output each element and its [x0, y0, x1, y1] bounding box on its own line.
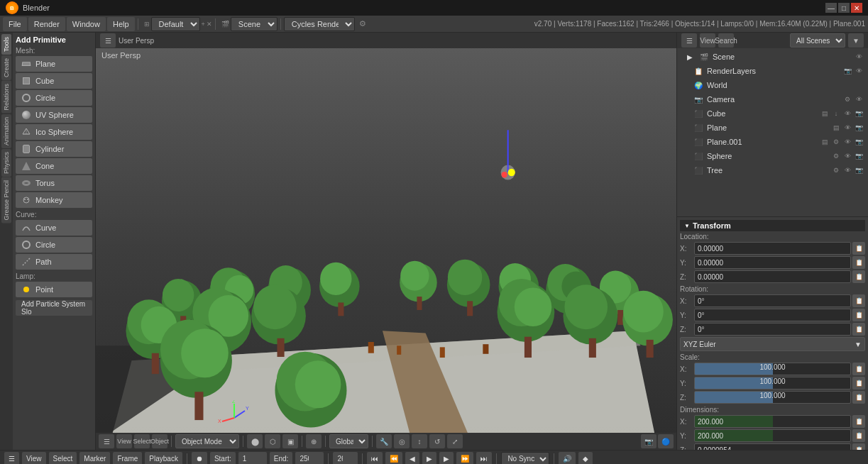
manipulator-scale[interactable]: ⤢: [447, 434, 463, 448]
tool-cube[interactable]: Cube: [16, 73, 92, 89]
outliner-item-scene[interactable]: ▶ 🎬 Scene 👁: [679, 50, 867, 64]
outliner-menu-btn[interactable]: ☰: [681, 33, 697, 48]
tool-cylinder[interactable]: Cylinder: [16, 141, 92, 157]
euler-mode-dropdown[interactable]: XYZ Euler ▼: [680, 337, 865, 351]
outliner-item-sphere[interactable]: ⬛ Sphere ⚙ 👁 📷: [679, 149, 867, 163]
layout-dropdown[interactable]: Default: [151, 17, 200, 31]
rot-z-copy-btn[interactable]: 📋: [852, 323, 865, 336]
prev-keyframe-btn[interactable]: ⏪: [385, 452, 402, 465]
viewport-menu-icon[interactable]: ☰: [99, 434, 114, 448]
side-tab-grease[interactable]: Grease Pencil: [1, 177, 11, 223]
scale-y-copy-btn[interactable]: 📋: [852, 377, 865, 390]
tool-circle[interactable]: Circle: [16, 90, 92, 106]
eye-rl-icon[interactable]: 👁: [854, 66, 864, 76]
manipulator-translate[interactable]: ↕: [412, 434, 427, 448]
scale-x-copy-btn[interactable]: 📋: [852, 363, 865, 375]
plane001-vis-icon[interactable]: ▤: [820, 137, 830, 147]
record-btn[interactable]: ⏺: [192, 452, 207, 465]
outliner-scope-btn[interactable]: ▼: [848, 33, 864, 48]
cube-render2-icon[interactable]: 📷: [854, 109, 864, 118]
tool-plane[interactable]: Plane: [16, 56, 92, 72]
rot-x-input[interactable]: [694, 294, 851, 307]
tool-path[interactable]: Path: [16, 254, 92, 270]
plane-cam-icon[interactable]: 📷: [854, 123, 864, 133]
next-keyframe-btn[interactable]: ⏩: [456, 452, 473, 465]
dim-x-copy-btn[interactable]: 📋: [852, 415, 865, 428]
tool-curve[interactable]: Curve: [16, 220, 92, 236]
outliner-scope-dropdown[interactable]: All Scenes: [790, 33, 845, 48]
sphere-path-icon[interactable]: ⚙: [831, 151, 841, 161]
rot-y-input[interactable]: [694, 309, 851, 321]
outliner-item-renderlayers[interactable]: 📋 RenderLayers 📷 👁: [679, 64, 867, 78]
outliner-search-btn[interactable]: Search: [718, 33, 734, 48]
viewport-shade-btn[interactable]: 🔵: [658, 434, 674, 448]
bottom-marker-btn[interactable]: Marker: [79, 452, 110, 465]
window-menu[interactable]: Window: [67, 17, 106, 31]
loc-y-copy-btn[interactable]: 📋: [852, 256, 865, 269]
tool-torus[interactable]: Torus: [16, 175, 92, 191]
plane001-path-icon[interactable]: ⚙: [831, 137, 841, 147]
loc-y-input[interactable]: [694, 256, 851, 269]
outliner-item-plane[interactable]: ⬛ Plane ▤ 👁 📷: [679, 121, 867, 135]
tool-icosphere[interactable]: Ico Sphere: [16, 124, 92, 140]
view-btn[interactable]: View: [116, 434, 132, 448]
render-preview-btn[interactable]: 📷: [641, 434, 657, 448]
plane001-cam-icon[interactable]: 📷: [854, 137, 864, 147]
viewport-menu-btn[interactable]: ☰: [100, 33, 116, 48]
cube-vis-icon[interactable]: ▤: [820, 109, 830, 118]
loc-x-input[interactable]: [694, 242, 851, 255]
sphere-cam-icon[interactable]: 📷: [854, 151, 864, 161]
jump-end-btn[interactable]: ⏭: [476, 452, 492, 465]
bottom-playback-btn[interactable]: Playback: [145, 452, 182, 465]
dim-z-copy-btn[interactable]: 📋: [852, 443, 865, 450]
tool-circle-curve[interactable]: Circle: [16, 237, 92, 253]
object-mode-dropdown[interactable]: Object Mode: [175, 434, 239, 448]
end-frame-input[interactable]: [295, 452, 324, 465]
side-tab-relations[interactable]: Relations: [1, 81, 11, 114]
outliner-item-plane001[interactable]: ⬛ Plane.001 ▤ ⚙ 👁 📷: [679, 135, 867, 149]
audio-btn[interactable]: 🔊: [559, 452, 576, 465]
eye-icon[interactable]: 👁: [854, 52, 864, 62]
proportional-btn[interactable]: ◎: [394, 434, 410, 448]
bottom-menu-btn[interactable]: ☰: [4, 452, 19, 465]
viewport-shading-tex[interactable]: ▣: [282, 434, 298, 448]
plane-eye-icon[interactable]: 👁: [842, 123, 852, 133]
rot-z-input[interactable]: [694, 323, 851, 336]
bottom-view-btn[interactable]: View: [22, 452, 46, 465]
scale-z-copy-btn[interactable]: 📋: [852, 391, 865, 404]
rot-y-copy-btn[interactable]: 📋: [852, 309, 865, 321]
add-particle-btn[interactable]: Add Particle System Slo: [16, 300, 92, 316]
outliner-view-btn[interactable]: View: [700, 33, 715, 48]
outliner-item-tree[interactable]: ⬛ Tree ⚙ 👁 📷: [679, 163, 867, 177]
tree-eye-icon[interactable]: 👁: [842, 165, 852, 175]
sync-dropdown[interactable]: No Sync: [501, 452, 549, 465]
transform-orientation-dropdown[interactable]: Global: [329, 434, 368, 448]
bottom-select-btn[interactable]: Select: [49, 452, 77, 465]
start-frame-input[interactable]: [238, 452, 267, 465]
transform-header[interactable]: ▼ Transform: [680, 220, 865, 231]
outliner-item-cube[interactable]: ⬛ Cube ▤ ↓ 👁 📷: [679, 106, 867, 121]
pivot-btn[interactable]: ⊕: [306, 434, 322, 448]
tool-uvsphere[interactable]: UV Sphere: [16, 107, 92, 123]
viewport[interactable]: ☰ User Persp: [96, 33, 676, 450]
play-btn[interactable]: ▶: [422, 452, 436, 465]
tool-cone[interactable]: Cone: [16, 158, 92, 174]
viewport-shading-wire[interactable]: ⬡: [265, 434, 280, 448]
scale-z-slider[interactable]: 100.000: [694, 391, 851, 404]
plane-vis-icon[interactable]: ▤: [831, 123, 841, 133]
loc-z-input[interactable]: [694, 270, 851, 283]
manipulator-rotate[interactable]: ↺: [429, 434, 445, 448]
close-button[interactable]: ✕: [851, 3, 862, 13]
side-tab-tools[interactable]: Tools: [1, 34, 11, 55]
tree-cam-icon[interactable]: 📷: [854, 165, 864, 175]
select-btn[interactable]: Select: [134, 434, 150, 448]
scale-y-slider[interactable]: 100.000: [694, 377, 851, 390]
rot-x-copy-btn[interactable]: 📋: [852, 294, 865, 307]
snap-btn[interactable]: 🔧: [376, 434, 392, 448]
scene-dropdown[interactable]: Scene: [231, 17, 278, 31]
renderlayer-cam-icon[interactable]: 📷: [842, 66, 852, 76]
side-tab-animation[interactable]: Animation: [1, 114, 11, 148]
next-frame-btn[interactable]: ▶: [439, 452, 454, 465]
outliner-item-world[interactable]: 🌍 World: [679, 78, 867, 92]
current-frame-input[interactable]: [333, 452, 358, 465]
